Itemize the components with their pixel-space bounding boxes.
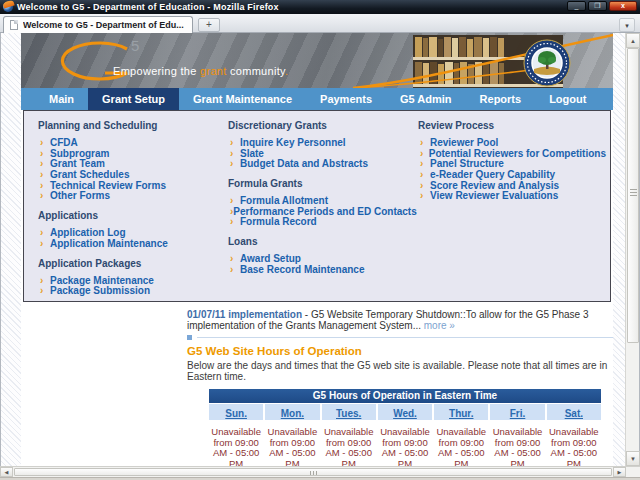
logo-five: 5 [131,37,139,54]
menu-item-logout[interactable]: Logout [535,88,600,110]
day-link-tues[interactable]: Tues. [336,408,361,419]
tagline-pre: Empowering the [113,65,200,77]
section-heading: Review Process [418,120,606,131]
chevron-right-icon: › [38,239,50,250]
minimize-button[interactable]: _ [567,1,586,11]
menu-item-main[interactable]: Main [35,88,88,110]
tagline-grant: grant [200,65,227,77]
dropdown-section-formula-grants: Formula Grants›Formula Allotment›Perform… [228,178,416,228]
day-header-cell: Tues. [322,404,376,420]
dropdown-link-application-maintenance[interactable]: ›Application Maintenance [38,239,226,250]
link-label: View Reviewer Evaluations [430,191,558,202]
horizontal-scroll-thumb[interactable] [14,468,612,476]
vertical-scroll-thumb[interactable] [627,48,639,343]
day-link-sat[interactable]: Sat. [565,408,583,419]
day-link-mon[interactable]: Mon. [281,408,304,419]
scroll-up-icon[interactable]: ▲ [626,33,640,48]
hours-intro: Below are the days and times that the G5… [187,361,629,382]
day-link-fri[interactable]: Fri. [510,408,526,419]
menu-item-reports[interactable]: Reports [466,88,536,110]
dropdown-link-other-forms[interactable]: ›Other Forms [38,191,226,202]
day-header-cell: Mon. [265,404,319,420]
dropdown-section-applications: Applications›Application Log›Application… [38,210,226,249]
scroll-right-icon[interactable]: ▶ [613,467,626,477]
news-date-link[interactable]: 01/07/11 implementation [187,309,302,320]
maximize-button[interactable]: ❐ [588,1,607,11]
more-link[interactable]: more » [424,320,455,331]
thumb-grip [313,471,314,475]
chevron-right-icon: › [228,217,240,228]
menu-item-grant-maintenance[interactable]: Grant Maintenance [179,88,306,110]
day-link-sun[interactable]: Sun. [225,408,247,419]
availability-cell: Unavailable from 09:00 AM - 05:00 PM [547,420,601,466]
link-label: Package Submission [50,286,150,297]
day-link-wed[interactable]: Wed. [393,408,417,419]
menu-item-grant-setup[interactable]: Grant Setup [88,88,179,110]
tab-strip: Welcome to G5 - Department of Edu... + ▾ [0,14,640,33]
menu-item-g5-admin[interactable]: G5 Admin [386,88,466,110]
hours-heading: G5 Web Site Hours of Operation [187,345,362,357]
dropdown-section-planning-and-scheduling: Planning and Scheduling›CFDA›Subprogram›… [38,120,226,202]
site-banner: 5 Empowering the grant community. [21,33,613,88]
availability-cell: Unavailable from 09:00 AM - 05:00 PM [265,420,319,466]
dropdown-link-package-submission[interactable]: ›Package Submission [38,286,226,297]
thumb-grip [630,192,637,193]
tab-welcome-to-g5[interactable]: Welcome to G5 - Department of Edu... [3,16,193,33]
menu-item-payments[interactable]: Payments [306,88,386,110]
department-of-education-seal [524,40,570,86]
dropdown-section-loans: Loans›Award Setup›Base Record Maintenanc… [228,236,416,275]
day-header-cell: Fri. [490,404,544,420]
hours-body-row: Unavailable from 09:00 AM - 05:00 PMUnav… [209,420,601,466]
dropdown-section-review-process: Review Process›Reviewer Pool›Potential R… [418,120,606,202]
link-label: Application Maintenance [50,239,168,250]
availability-cell: Unavailable from 09:00 AM - 05:00 PM [490,420,544,466]
vertical-scrollbar[interactable]: ▲ ▼ [625,33,639,466]
tagline-post: community [227,65,285,77]
section-heading: Applications [38,210,226,221]
day-header-cell: Thur. [434,404,488,420]
hours-table: G5 Hours of Operation in Eastern Time Su… [209,389,601,467]
scroll-down-icon[interactable]: ▼ [626,451,640,466]
day-header-cell: Sun. [209,404,263,420]
dropdown-column: Planning and Scheduling›CFDA›Subprogram›… [38,120,226,305]
availability-cell: Unavailable from 09:00 AM - 05:00 PM [322,420,376,466]
thumb-grip [316,471,317,475]
section-heading: Formula Grants [228,178,416,189]
chevron-right-icon: › [228,265,240,276]
dropdown-link-view-reviewer-evaluations[interactable]: ›View Reviewer Evaluations [418,191,606,202]
dropdown-column: Discretionary Grants›Inquire Key Personn… [228,120,416,284]
horizontal-scrollbar[interactable]: ◀ ▶ [0,466,640,477]
availability-cell: Unavailable from 09:00 AM - 05:00 PM [209,420,263,466]
g5-logo: 5 [49,37,149,85]
dropdown-link-budget-data-and-abstracts[interactable]: ›Budget Data and Abstracts [228,159,416,170]
menu-bar: MainGrant SetupGrant MaintenancePayments… [21,88,613,110]
link-label: Budget Data and Abstracts [240,159,368,170]
dropdown-column: Review Process›Reviewer Pool›Potential R… [418,120,606,210]
dropdown-link-formula-record[interactable]: ›Formula Record [228,217,416,228]
page-icon [10,20,18,30]
link-label: Formula Record [240,217,317,228]
dropdown-link-base-record-maintenance[interactable]: ›Base Record Maintenance [228,265,416,276]
chevron-right-icon: › [228,159,240,170]
tagline: Empowering the grant community. [113,65,288,77]
firefox-icon [3,2,13,12]
close-button[interactable]: x [609,1,637,11]
chevron-right-icon: › [38,286,50,297]
section-heading: Discretionary Grants [228,120,416,131]
link-label: Base Record Maintenance [240,265,365,276]
divider-line [197,337,613,338]
news-item: 01/07/11 implementation - G5 Website Tem… [187,310,619,331]
window-title: Welcome to G5 - Department of Education … [17,2,279,12]
scroll-left-icon[interactable]: ◀ [0,467,13,477]
availability-cell: Unavailable from 09:00 AM - 05:00 PM [434,420,488,466]
day-link-thur[interactable]: Thur. [449,408,473,419]
title-bar: Welcome to G5 - Department of Education … [0,0,640,14]
day-header-row: Sun.Mon.Tues.Wed.Thur.Fri.Sat. [209,404,601,420]
news-separator: - [302,309,311,320]
tagline-period: . [285,65,288,77]
thumb-grip [630,189,637,190]
new-tab-button[interactable]: + [198,18,220,32]
list-all-tabs-button[interactable]: ▾ [619,18,635,32]
tab-label: Welcome to G5 - Department of Edu... [23,20,184,30]
section-heading: Loans [228,236,416,247]
